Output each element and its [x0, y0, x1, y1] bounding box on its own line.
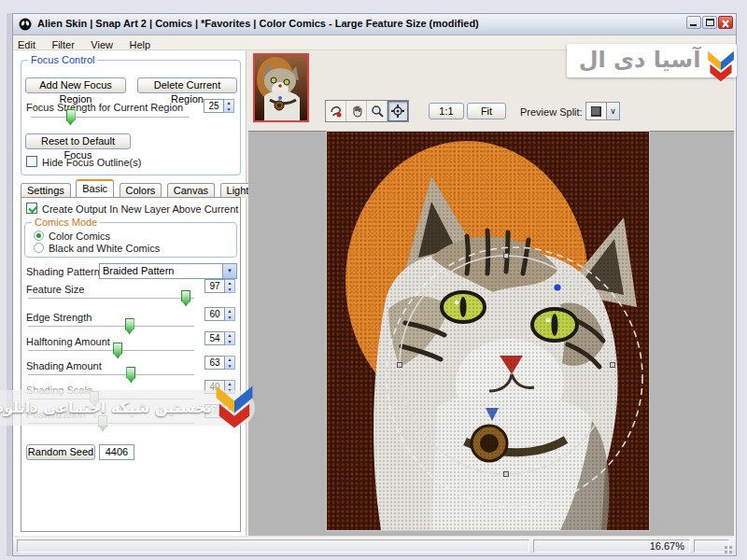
shading-amount-spinner[interactable]: 63 ▲▼	[204, 356, 235, 370]
random-seed-button[interactable]: Random Seed	[26, 444, 95, 460]
watermark-band-text: نخستین شبکه اجتماعی دانلود	[7, 390, 212, 426]
edge-strength-spinner[interactable]: 60 ▲▼	[204, 307, 235, 321]
focus-strength-slider[interactable]	[31, 117, 190, 119]
focus-strength-spin-arrows[interactable]: ▲ ▼	[224, 99, 234, 113]
feature-size-spinner[interactable]: 97 ▲▼	[204, 279, 235, 293]
halftoning-amount-slider[interactable]	[28, 350, 194, 352]
edge-strength-row: Edge Strength 60 ▲▼	[26, 308, 235, 333]
tab-settings[interactable]: Settings	[21, 183, 71, 198]
shading-amount-label: Shading Amount	[26, 360, 102, 371]
close-button[interactable]	[718, 16, 733, 29]
focus-region-select-tool-button[interactable]	[326, 101, 346, 121]
spin-arrows[interactable]: ▲▼	[225, 307, 235, 321]
focus-control-title: Focus Control	[28, 54, 97, 65]
tab-canvas[interactable]: Canvas	[167, 183, 215, 198]
cat-photo-thumbnail	[255, 55, 307, 120]
color-comics-radio[interactable]	[34, 231, 44, 241]
halftoning-amount-row: Halftoning Amount 54 ▲▼	[26, 332, 235, 357]
window-title: Alien Skin | Snap Art 2 | Comics | *Favo…	[37, 18, 479, 29]
spin-down-icon: ▼	[225, 315, 234, 321]
random-seed-field[interactable]: 4406	[99, 444, 134, 460]
close-icon	[719, 19, 732, 30]
watermark-chevron-icon	[215, 384, 254, 430]
shading-pattern-dropdown[interactable]: Braided Pattern ▼	[99, 263, 237, 279]
feature-size-slider[interactable]	[28, 298, 194, 300]
tab-basic[interactable]: Basic	[76, 179, 114, 197]
focus-outline-tool-button[interactable]	[388, 101, 408, 121]
status-section-left	[17, 539, 529, 553]
status-zoom-level: 16.67%	[533, 539, 690, 553]
fit-button[interactable]: Fit	[467, 103, 506, 119]
menu-filter[interactable]: Filter	[51, 39, 74, 50]
dropdown-arrow-icon[interactable]: ▼	[222, 264, 236, 278]
preview-split-arrow-icon[interactable]: ∨	[606, 103, 619, 119]
logo-chevron-icon	[707, 48, 735, 85]
delete-focus-region-button[interactable]: Delete Current Region	[137, 77, 237, 93]
resize-grip[interactable]	[725, 546, 727, 549]
tab-colors[interactable]: Colors	[120, 183, 162, 198]
add-focus-region-button[interactable]: Add New Focus Region	[25, 77, 126, 93]
feature-size-row: Feature Size 97 ▲▼	[26, 280, 235, 305]
focus-strength-label: Focus Strength for Current Region	[26, 102, 183, 113]
halftoning-amount-label: Halftoning Amount	[26, 336, 110, 347]
halftoning-amount-value[interactable]: 54	[204, 331, 225, 345]
menu-help[interactable]: Help	[129, 39, 150, 50]
spin-down-icon: ▼	[225, 287, 234, 293]
tab-strip: Settings Basic Colors Canvas Lighting	[21, 179, 270, 198]
spin-arrows[interactable]: ▲▼	[225, 331, 235, 345]
slider-thumb[interactable]	[181, 290, 190, 306]
menu-view[interactable]: View	[91, 39, 113, 50]
spin-down-icon: ▼	[225, 339, 234, 345]
region-select-icon	[329, 104, 344, 119]
minimize-button[interactable]	[686, 16, 701, 29]
focus-strength-spinner[interactable]: 25 ▲ ▼	[204, 99, 234, 113]
shading-pattern-label: Shading Pattern:	[26, 266, 103, 277]
reset-focus-button[interactable]: Reset to Default Focus	[25, 133, 131, 149]
spin-down-icon: ▼	[225, 363, 234, 370]
shading-amount-value[interactable]: 63	[204, 356, 225, 370]
focus-region-handle-dot[interactable]	[554, 284, 560, 290]
halftoning-amount-spinner[interactable]: 54 ▲▼	[204, 331, 235, 345]
shading-amount-slider[interactable]	[28, 374, 194, 376]
focus-crosshair-icon	[390, 104, 405, 119]
edge-strength-label: Edge Strength	[26, 312, 92, 323]
menu-edit[interactable]: Edit	[18, 39, 35, 50]
spin-arrows[interactable]: ▲▼	[225, 356, 235, 370]
hand-icon	[349, 104, 364, 119]
screenshot-root: Alien Skin | Snap Art 2 | Comics | *Favo…	[0, 0, 747, 560]
spin-arrows[interactable]: ▲▼	[225, 279, 235, 293]
create-output-checkbox[interactable]	[26, 203, 37, 214]
focus-strength-value[interactable]: 25	[204, 99, 224, 113]
source-thumbnail[interactable]	[253, 53, 309, 122]
color-comics-label: Color Comics	[49, 231, 110, 242]
zoom-tool-button[interactable]	[367, 101, 388, 121]
feature-size-value[interactable]: 97	[204, 279, 225, 293]
actual-size-button[interactable]: 1:1	[429, 103, 464, 119]
edge-strength-value[interactable]: 60	[204, 307, 225, 321]
maximize-button[interactable]	[702, 16, 717, 29]
watermark-logo-text: آسیا دی ال	[572, 45, 707, 77]
preview-tool-group	[325, 100, 409, 122]
magnifier-icon	[370, 104, 385, 119]
hide-outlines-label: Hide Focus Outline(s)	[42, 157, 141, 168]
hide-outlines-checkbox[interactable]	[26, 156, 37, 167]
spin-down-icon[interactable]: ▼	[224, 106, 233, 113]
shading-pattern-value: Braided Pattern	[100, 264, 222, 278]
preview-halftone-cat-image[interactable]	[327, 132, 649, 530]
preview-split-dropdown[interactable]: ∨	[585, 102, 620, 120]
alien-skin-app-icon	[19, 18, 32, 31]
preview-split-label: Preview Split:	[520, 106, 583, 118]
shading-amount-row: Shading Amount 63 ▲▼	[26, 357, 235, 382]
hand-pan-tool-button[interactable]	[346, 101, 367, 121]
comics-mode-title: Comics Mode	[32, 217, 100, 228]
create-output-label: Create Output In New Layer Above Current	[42, 203, 238, 215]
bw-comics-radio[interactable]	[34, 243, 44, 253]
bw-comics-label: Black and White Comics	[49, 243, 160, 254]
feature-size-label: Feature Size	[26, 284, 84, 295]
preview-split-grid-icon	[586, 103, 606, 119]
edge-strength-slider[interactable]	[28, 326, 194, 328]
